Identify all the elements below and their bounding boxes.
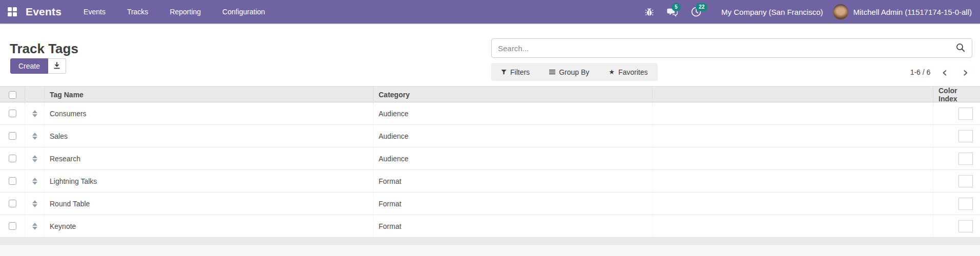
debug-bug-icon[interactable] bbox=[638, 0, 660, 24]
main-menu: Events Tracks Reporting Configuration bbox=[73, 0, 276, 24]
column-header-color-index[interactable]: Color Index bbox=[933, 87, 980, 103]
tag-name-cell: Sales bbox=[44, 125, 373, 147]
track-tags-list: Tag Name Category Color Index Consumers … bbox=[0, 86, 980, 238]
category-cell: Format bbox=[373, 193, 652, 215]
activities-clock-icon[interactable]: 22 bbox=[684, 0, 708, 24]
drag-handle-icon[interactable] bbox=[32, 155, 37, 162]
top-navbar: Events Events Tracks Reporting Configura… bbox=[0, 0, 980, 24]
page-title: Track Tags bbox=[10, 41, 78, 57]
category-cell: Audience bbox=[373, 102, 652, 124]
color-swatch bbox=[958, 220, 973, 232]
category-cell: Audience bbox=[373, 147, 652, 169]
search-submit[interactable] bbox=[949, 43, 972, 54]
tag-name-cell: Research bbox=[44, 147, 373, 169]
user-avatar bbox=[833, 4, 848, 19]
drag-handle-icon[interactable] bbox=[32, 178, 37, 185]
filler-cell bbox=[652, 125, 933, 147]
row-checkbox[interactable] bbox=[9, 177, 16, 185]
table-header-row: Tag Name Category Color Index bbox=[0, 86, 980, 102]
color-index-cell bbox=[933, 147, 980, 169]
color-index-cell bbox=[933, 170, 980, 192]
tag-name-cell: Consumers bbox=[44, 102, 373, 124]
category-cell: Format bbox=[373, 215, 652, 237]
row-checkbox[interactable] bbox=[9, 155, 16, 162]
drag-handle-icon[interactable] bbox=[32, 110, 37, 117]
column-header-filler bbox=[652, 87, 933, 103]
star-icon: ★ bbox=[609, 69, 615, 75]
table-row[interactable]: Keynote Format bbox=[0, 215, 980, 238]
row-handle-cell bbox=[25, 147, 44, 169]
row-handle-cell bbox=[25, 170, 44, 192]
systray: 5 22 My Company (San Francisco) Mitchell… bbox=[638, 0, 980, 24]
filler-cell bbox=[652, 215, 933, 237]
table-body: Consumers Audience Sales Audience bbox=[0, 102, 980, 238]
menu-configuration[interactable]: Configuration bbox=[212, 0, 276, 24]
row-select-cell bbox=[0, 170, 25, 192]
create-button[interactable]: Create bbox=[10, 58, 48, 74]
filler-cell bbox=[652, 193, 933, 215]
row-checkbox[interactable] bbox=[9, 132, 16, 140]
color-index-cell bbox=[933, 215, 980, 237]
color-index-cell bbox=[933, 193, 980, 215]
row-select-cell bbox=[0, 193, 25, 215]
pager-next-button[interactable]: › bbox=[958, 65, 972, 80]
filter-bar: Filters Group By ★ Favorites bbox=[491, 63, 658, 81]
filler-cell bbox=[652, 147, 933, 169]
table-row[interactable]: Sales Audience bbox=[0, 125, 980, 147]
group-by-button[interactable]: Group By bbox=[549, 68, 589, 76]
apps-grid-icon[interactable] bbox=[8, 7, 17, 16]
row-handle-cell bbox=[25, 102, 44, 124]
row-select-cell bbox=[0, 147, 25, 169]
column-header-tag-name[interactable]: Tag Name bbox=[44, 87, 373, 103]
row-handle-cell bbox=[25, 193, 44, 215]
drag-handle-icon[interactable] bbox=[32, 133, 37, 140]
drag-handle-icon[interactable] bbox=[32, 223, 37, 230]
column-header-category[interactable]: Category bbox=[373, 87, 652, 103]
color-swatch bbox=[958, 108, 973, 120]
color-index-cell bbox=[933, 125, 980, 147]
row-select-cell bbox=[0, 102, 25, 124]
download-icon bbox=[53, 62, 60, 71]
tag-name-cell: Keynote bbox=[44, 215, 373, 237]
menu-reporting[interactable]: Reporting bbox=[159, 0, 212, 24]
category-cell: Audience bbox=[373, 125, 652, 147]
color-swatch bbox=[958, 130, 973, 142]
page-background bbox=[0, 245, 980, 256]
action-buttons: Create bbox=[10, 58, 66, 74]
app-brand[interactable]: Events bbox=[26, 6, 61, 18]
row-select-cell bbox=[0, 215, 25, 237]
menu-events[interactable]: Events bbox=[73, 0, 116, 24]
menu-tracks[interactable]: Tracks bbox=[116, 0, 159, 24]
search-box bbox=[491, 38, 972, 58]
activities-count-badge: 22 bbox=[696, 3, 707, 11]
drag-handle-icon[interactable] bbox=[32, 200, 37, 207]
row-checkbox[interactable] bbox=[9, 200, 16, 207]
row-handle-cell bbox=[25, 125, 44, 147]
user-menu[interactable]: Mitchell Admin (11517174-15-0-all) bbox=[833, 4, 972, 19]
messages-icon[interactable]: 5 bbox=[660, 0, 684, 24]
table-row[interactable]: Lightning Talks Format bbox=[0, 170, 980, 193]
color-swatch bbox=[958, 175, 973, 187]
search-input[interactable] bbox=[492, 44, 949, 53]
row-checkbox[interactable] bbox=[9, 110, 16, 117]
select-all-cell bbox=[0, 87, 25, 103]
export-button[interactable] bbox=[48, 58, 66, 74]
table-row[interactable]: Round Table Format bbox=[0, 193, 980, 215]
company-switcher[interactable]: My Company (San Francisco) bbox=[721, 8, 823, 16]
filters-button[interactable]: Filters bbox=[501, 68, 530, 76]
filter-funnel-icon bbox=[501, 68, 507, 76]
pager: 1-6 / 6 ‹ › bbox=[910, 63, 972, 81]
row-checkbox[interactable] bbox=[9, 222, 16, 230]
favorites-button[interactable]: ★ Favorites bbox=[609, 68, 648, 76]
tag-name-cell: Lightning Talks bbox=[44, 170, 373, 192]
handle-column-header bbox=[25, 87, 44, 103]
pager-range[interactable]: 1-6 / 6 bbox=[910, 68, 931, 76]
tag-name-cell: Round Table bbox=[44, 193, 373, 215]
table-row[interactable]: Research Audience bbox=[0, 147, 980, 170]
pager-previous-button[interactable]: ‹ bbox=[937, 65, 951, 80]
filler-cell bbox=[652, 170, 933, 192]
table-row[interactable]: Consumers Audience bbox=[0, 102, 980, 125]
row-handle-cell bbox=[25, 215, 44, 237]
select-all-checkbox[interactable] bbox=[9, 91, 16, 99]
category-cell: Format bbox=[373, 170, 652, 192]
